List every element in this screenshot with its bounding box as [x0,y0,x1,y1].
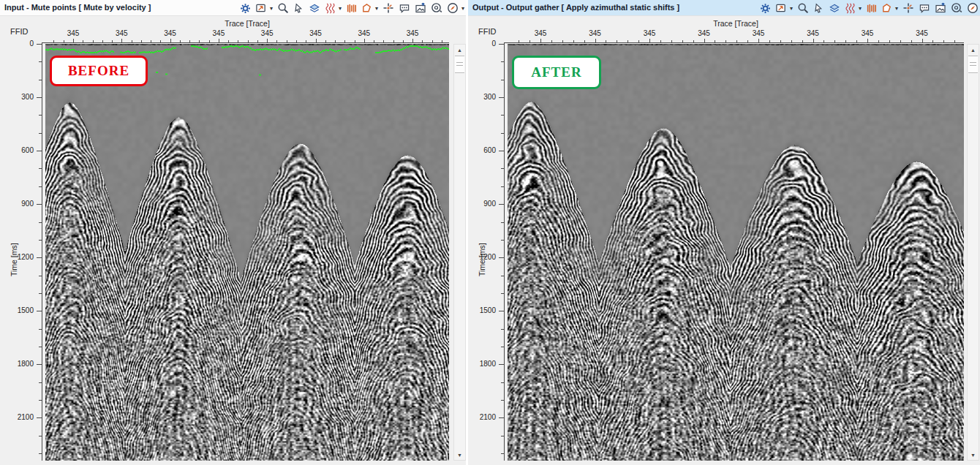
x-minor-tick [671,40,672,42]
fit-view-dropdown-icon[interactable]: ▾ [270,5,273,12]
x-minor-tick [238,40,238,42]
gather-display-icon[interactable] [866,3,877,14]
x-minor-tick [823,40,824,42]
wiggle-display-icon[interactable] [325,2,336,14]
y-minor-tick [39,453,42,454]
y-major-tick [37,311,42,311]
x-minor-tick [845,40,846,42]
vertical-scrollbar[interactable]: ▲▼ [967,44,979,461]
scrollbar-thumb[interactable] [968,56,978,73]
x-minor-tick [856,40,857,42]
crosshair-icon[interactable] [382,2,394,14]
y-minor-tick [501,347,504,347]
y-minor-tick [501,186,504,187]
input-panel-title: Input - Mute points [ Mute by velocity ] [4,0,151,15]
y-tick-label: 1500 [468,306,496,314]
compass-icon[interactable] [447,2,459,14]
output-panel-titlebar[interactable]: Output - Output gather [ Apply azimuthal… [468,0,980,16]
y-minor-tick [39,347,42,347]
scrollbar-thumb[interactable] [455,56,464,73]
fit-view-dropdown-icon[interactable]: ▾ [790,5,793,12]
x-major-tick [364,39,365,42]
zoom-icon[interactable] [797,2,809,14]
seismic-workspace: Input - Mute points [ Mute by velocity ]… [0,0,980,465]
x-minor-tick [573,40,574,42]
y-minor-tick [501,115,504,116]
layers-icon[interactable] [309,3,320,14]
layers-icon[interactable] [829,3,840,14]
wiggle-display-dropdown-icon[interactable]: ▾ [859,5,862,12]
y-major-tick [37,151,42,151]
x-minor-tick [943,40,944,42]
settings-gear-icon[interactable] [760,3,771,14]
y-major-tick [499,257,504,258]
x-tick-label: 345 [67,29,80,37]
y-major-tick [499,44,504,45]
y-major-tick [499,364,504,365]
settings-gear-icon[interactable] [240,3,251,14]
comment-icon[interactable] [919,3,930,14]
x-minor-tick [393,40,394,42]
fit-view-icon[interactable] [255,3,267,14]
y-major-tick [499,204,504,205]
x-minor-tick [160,40,161,42]
x-minor-tick [151,40,151,42]
input-panel-titlebar[interactable]: Input - Mute points [ Mute by velocity ]… [0,0,466,16]
x-minor-tick [638,40,639,42]
y-minor-tick [39,436,42,436]
zoom-region-icon[interactable] [431,2,442,14]
scroll-up-arrow-icon[interactable]: ▲ [968,45,979,55]
vertical-scrollbar[interactable]: ▲▼ [453,44,466,461]
x-minor-tick [189,40,190,42]
x-major-tick [170,39,171,42]
x-minor-tick [606,40,606,42]
x-minor-tick [693,40,694,42]
x-minor-tick [276,40,277,42]
x-minor-tick [344,40,345,42]
fit-view-icon[interactable] [775,3,787,14]
y-minor-tick [501,453,504,454]
wiggle-display-icon[interactable] [845,2,856,14]
x-minor-tick [83,40,83,42]
x-minor-tick [132,40,132,42]
x-axis-line [504,42,964,43]
compass-dropdown-icon[interactable]: ▾ [461,5,464,12]
y-minor-tick [501,222,504,223]
zoom-icon[interactable] [277,2,289,14]
export-image-icon[interactable] [935,2,946,14]
x-minor-tick [141,40,142,42]
y-major-tick [499,97,504,98]
x-major-tick [595,39,596,42]
scroll-down-arrow-icon[interactable]: ▼ [454,450,465,460]
y-tick-label: 2100 [468,413,496,421]
polygon-pick-icon[interactable] [881,3,892,14]
x-minor-tick [228,40,229,42]
y-major-tick [37,417,42,418]
y-tick-label: 0 [0,39,34,48]
seismic-image[interactable] [45,44,449,461]
y-minor-tick [501,61,504,62]
crosshair-icon[interactable] [902,2,914,14]
polygon-pick-dropdown-icon[interactable]: ▾ [895,5,898,12]
scroll-down-arrow-icon[interactable]: ▼ [968,450,979,460]
comment-icon[interactable] [399,3,410,14]
y-minor-tick [501,382,504,383]
scroll-up-arrow-icon[interactable]: ▲ [454,45,465,55]
seismic-image[interactable] [508,44,964,461]
x-minor-tick [383,40,384,42]
x-axis-line [42,42,449,43]
polygon-pick-dropdown-icon[interactable]: ▾ [375,5,378,12]
compass-icon[interactable] [967,2,979,14]
zoom-region-icon[interactable] [951,2,962,14]
x-minor-tick [954,40,955,42]
x-minor-tick [802,40,803,42]
export-image-icon[interactable] [415,2,426,14]
wiggle-display-dropdown-icon[interactable]: ▾ [339,5,342,12]
gather-display-icon[interactable] [346,3,357,14]
x-minor-tick [257,40,258,42]
pick-pointer-icon[interactable] [813,3,824,14]
pick-pointer-icon[interactable] [293,3,304,14]
polygon-pick-icon[interactable] [361,3,372,14]
y-minor-tick [39,240,42,241]
x-axis-title: Trace [Trace] [508,19,964,28]
